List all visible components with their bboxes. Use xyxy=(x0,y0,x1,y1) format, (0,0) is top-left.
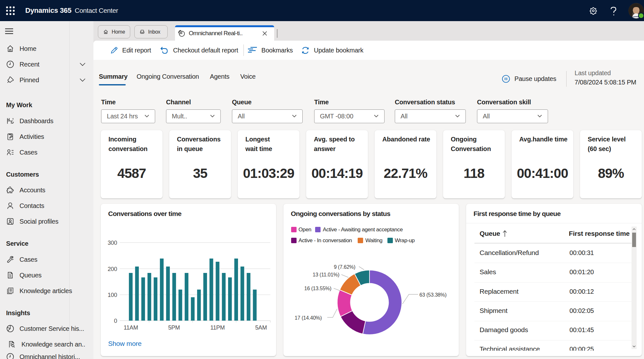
svg-text:11AM: 11AM xyxy=(124,324,138,331)
svg-text:100: 100 xyxy=(108,292,117,298)
svg-text:300: 300 xyxy=(108,240,117,246)
svg-text:200: 200 xyxy=(108,266,117,272)
svg-text:17 (14.40%): 17 (14.40%) xyxy=(295,315,322,321)
svg-text:0: 0 xyxy=(114,318,117,324)
svg-text:13 (11.01%): 13 (11.01%) xyxy=(313,272,339,277)
svg-text:11PM: 11PM xyxy=(211,324,225,331)
svg-text:16 (13.55%): 16 (13.55%) xyxy=(304,286,331,291)
svg-text:63 (53.38%): 63 (53.38%) xyxy=(419,292,447,298)
svg-text:5AM: 5AM xyxy=(255,324,267,331)
svg-text:9 (7.62%): 9 (7.62%) xyxy=(334,264,355,270)
svg-text:5PM: 5PM xyxy=(168,324,180,331)
